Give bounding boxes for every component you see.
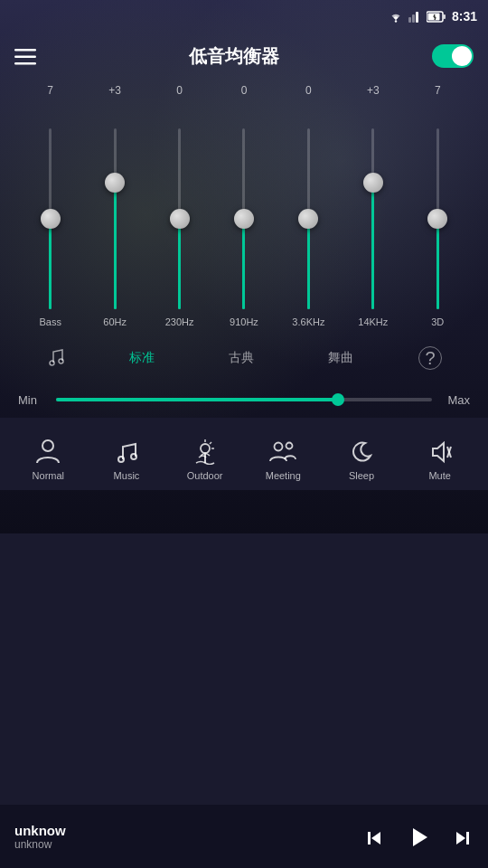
player-subtitle: unknow bbox=[14, 838, 363, 851]
freq-label-bass: Bass bbox=[28, 316, 73, 327]
profile-sleep[interactable]: Sleep bbox=[329, 436, 394, 480]
svg-point-16 bbox=[118, 457, 124, 462]
slider-14khz[interactable] bbox=[351, 119, 396, 309]
top-bar: 低音均衡器 bbox=[0, 33, 488, 80]
svg-point-23 bbox=[275, 442, 283, 450]
svg-line-9 bbox=[435, 17, 436, 20]
eq-top-label-1: +3 bbox=[88, 84, 142, 97]
preset-classic[interactable]: 古典 bbox=[220, 346, 263, 370]
music-note-icon[interactable] bbox=[46, 348, 64, 368]
prev-icon bbox=[363, 827, 385, 849]
svg-rect-1 bbox=[408, 17, 411, 23]
prev-button[interactable] bbox=[363, 824, 385, 849]
freq-label-14khz: 14KHz bbox=[351, 316, 396, 327]
meeting-icon bbox=[269, 436, 296, 464]
max-label: Max bbox=[443, 393, 470, 407]
svg-line-20 bbox=[210, 442, 211, 444]
music-profile-icon bbox=[114, 436, 139, 464]
svg-point-18 bbox=[201, 444, 210, 453]
profile-row: Normal Music bbox=[0, 418, 488, 490]
minmax-slider-fill bbox=[56, 398, 338, 401]
minmax-row: Min Max bbox=[0, 382, 488, 418]
profile-normal[interactable]: Normal bbox=[15, 436, 80, 481]
eq-toggle[interactable] bbox=[432, 44, 474, 68]
slider-3-6khz[interactable] bbox=[286, 119, 331, 309]
profile-sleep-label: Sleep bbox=[349, 470, 374, 481]
bottom-player: unknow unknow bbox=[0, 805, 488, 868]
slider-60hz[interactable] bbox=[92, 119, 137, 309]
signal-icon bbox=[408, 10, 421, 23]
slider-230hz[interactable] bbox=[157, 119, 202, 309]
profile-meeting-label: Meeting bbox=[266, 470, 301, 481]
help-icon[interactable]: ? bbox=[418, 346, 442, 370]
slider-910hz[interactable] bbox=[221, 119, 267, 309]
minmax-slider[interactable] bbox=[56, 398, 432, 401]
svg-rect-12 bbox=[14, 62, 36, 65]
slider-track-bass bbox=[49, 128, 52, 309]
svg-marker-30 bbox=[456, 832, 465, 844]
profile-meeting[interactable]: Meeting bbox=[250, 436, 315, 480]
svg-point-17 bbox=[131, 454, 136, 459]
slider-knob-230hz[interactable] bbox=[170, 209, 190, 229]
slider-knob-3-6khz[interactable] bbox=[298, 209, 318, 229]
freq-label-3d: 3D bbox=[415, 316, 460, 327]
svg-rect-10 bbox=[14, 49, 36, 52]
svg-rect-31 bbox=[466, 832, 469, 844]
status-bar: 8:31 bbox=[0, 0, 488, 33]
slider-knob-3d[interactable] bbox=[427, 209, 447, 229]
slider-fill-bass bbox=[49, 219, 52, 309]
svg-rect-2 bbox=[412, 14, 415, 23]
profile-music-label: Music bbox=[114, 470, 140, 481]
sleep-icon bbox=[349, 436, 374, 464]
slider-fill-3d bbox=[436, 219, 439, 309]
eq-sliders-area bbox=[0, 101, 488, 309]
preset-tabs: 标准 古典 舞曲 ? bbox=[0, 335, 488, 382]
wifi-icon bbox=[389, 10, 403, 23]
slider-knob-910hz[interactable] bbox=[234, 209, 254, 229]
music-icon bbox=[46, 348, 64, 368]
next-button[interactable] bbox=[452, 824, 474, 849]
normal-icon bbox=[35, 436, 61, 465]
svg-rect-3 bbox=[416, 12, 418, 23]
toggle-knob bbox=[452, 46, 472, 66]
slider-fill-230hz bbox=[178, 219, 181, 309]
profile-music[interactable]: Music bbox=[94, 436, 159, 480]
slider-track-3d bbox=[436, 128, 439, 309]
next-icon bbox=[452, 827, 474, 849]
slider-knob-14khz[interactable] bbox=[363, 173, 383, 193]
slider-knob-60hz[interactable] bbox=[105, 173, 125, 193]
eq-freq-labels: Bass 60Hz 230Hz 910Hz 3.6KHz 14KHz 3D bbox=[0, 309, 488, 335]
eq-top-label-2: 0 bbox=[153, 84, 207, 97]
hamburger-icon bbox=[14, 49, 36, 65]
profile-outdoor[interactable]: Outdoor bbox=[173, 436, 238, 481]
player-controls bbox=[363, 824, 474, 850]
profile-mute[interactable]: Mute bbox=[408, 436, 473, 480]
svg-point-24 bbox=[286, 442, 293, 448]
slider-track-230hz bbox=[178, 128, 181, 309]
freq-label-60hz: 60Hz bbox=[92, 316, 137, 327]
svg-rect-5 bbox=[443, 14, 446, 19]
player-info: unknow unknow bbox=[14, 823, 363, 851]
preset-dance[interactable]: 舞曲 bbox=[319, 346, 362, 370]
profile-mute-label: Mute bbox=[428, 470, 450, 481]
slider-fill-3-6khz bbox=[307, 219, 310, 309]
menu-button[interactable] bbox=[14, 44, 36, 68]
slider-track-60hz bbox=[114, 128, 117, 309]
outdoor-icon bbox=[192, 436, 219, 465]
status-time: 8:31 bbox=[452, 9, 477, 24]
slider-track-910hz bbox=[242, 128, 245, 309]
svg-point-0 bbox=[395, 20, 397, 22]
svg-rect-28 bbox=[368, 832, 371, 844]
eq-top-label-4: 0 bbox=[281, 84, 335, 97]
play-button[interactable] bbox=[407, 824, 430, 850]
slider-bass[interactable] bbox=[28, 119, 73, 309]
slider-knob-bass[interactable] bbox=[41, 209, 61, 229]
freq-label-910hz: 910Hz bbox=[221, 316, 267, 327]
slider-3d[interactable] bbox=[415, 119, 460, 309]
minmax-slider-knob[interactable] bbox=[332, 393, 344, 406]
freq-label-3-6khz: 3.6KHz bbox=[286, 316, 331, 327]
preset-standard[interactable]: 标准 bbox=[120, 346, 164, 370]
eq-top-label-6: 7 bbox=[410, 84, 465, 97]
slider-track-3-6khz bbox=[307, 128, 310, 309]
status-icons: 8:31 bbox=[389, 9, 477, 24]
